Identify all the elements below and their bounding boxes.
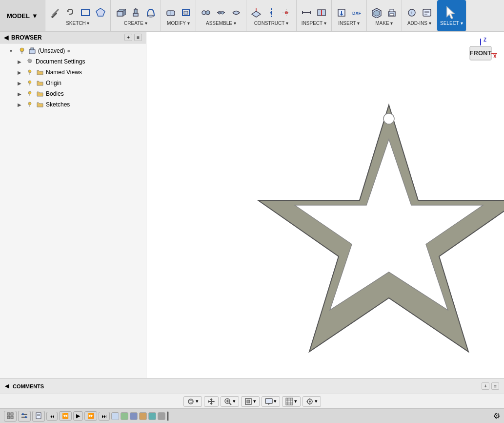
tree-item-sketches[interactable]: ▶ Sketches: [0, 99, 146, 110]
timeline-item-marker[interactable]: [167, 411, 169, 421]
model-label: MODEL: [7, 12, 30, 20]
tree-item-origin[interactable]: ▶ Origin: [0, 78, 146, 88]
assemble-joint-icon: [214, 6, 228, 20]
comments-bar: ◀ COMMENTS + ≡: [0, 378, 504, 394]
browser-add-btn[interactable]: +: [124, 34, 132, 41]
gizmo-front-label: FRONT: [470, 49, 492, 57]
make-label: MAKE ▾: [375, 21, 393, 26]
modify-icon: [164, 6, 178, 20]
insert-icon: [335, 6, 348, 20]
addins-script-icon: [420, 6, 434, 20]
model-chevron: ▼: [32, 12, 38, 20]
construct-group[interactable]: CONSTRUCT ▾: [246, 0, 297, 31]
browser-panel: ◀ BROWSER + ≡ ▾ (Unsaved) ●: [0, 32, 146, 378]
timeline-item-green[interactable]: [121, 412, 128, 420]
svg-rect-92: [11, 413, 13, 415]
comments-collapse-icon[interactable]: ◀: [5, 383, 9, 389]
insert-group[interactable]: DXF INSERT ▾: [332, 0, 367, 31]
comments-add-btn[interactable]: +: [482, 382, 489, 390]
timeline-item-orange[interactable]: [139, 412, 147, 420]
timeline-sheet-btn[interactable]: [32, 411, 45, 422]
next-btn[interactable]: ⏩: [84, 411, 97, 421]
viewport-toolbar: ▾ ▾ ▾ ▾ ▾ ▾: [0, 394, 504, 408]
star-top-hole: [383, 113, 394, 124]
tree-item-bodies[interactable]: ▶ Bodies: [0, 88, 146, 99]
insert-dxf-icon: DXF: [350, 6, 363, 20]
timeline-item-gray[interactable]: [158, 412, 165, 420]
svg-marker-22: [252, 11, 261, 17]
assemble-icon: [199, 6, 213, 20]
next-all-btn[interactable]: ⏭: [99, 412, 110, 421]
zoom-btn[interactable]: ▾: [221, 396, 239, 407]
svg-marker-70: [208, 398, 215, 405]
bodies-folder-icon: [36, 89, 44, 98]
svg-marker-11: [134, 8, 138, 10]
comments-options-btn[interactable]: ≡: [491, 382, 499, 390]
inspect-section-icon: [315, 6, 328, 20]
select-cursor-icon: [444, 6, 458, 20]
make-group[interactable]: MAKE ▾: [367, 0, 402, 31]
modify-shell-icon: [179, 6, 193, 20]
timeline-item-sketch[interactable]: [111, 412, 119, 420]
bodies-light-icon: [25, 89, 34, 98]
construct-plane-icon: [249, 6, 263, 20]
doc-settings-arrow: ▶: [18, 59, 25, 64]
undo-icon: [63, 6, 77, 20]
inspect-group[interactable]: INSPECT ▾: [297, 0, 332, 31]
construct-label: CONSTRUCT ▾: [254, 21, 288, 26]
axis-gizmo[interactable]: FRONT Z X: [460, 37, 499, 76]
prev-all-btn[interactable]: ⏮: [46, 412, 58, 421]
tree-item-named-views[interactable]: ▶ Named Views: [0, 67, 146, 78]
comments-label: COMMENTS: [13, 383, 44, 389]
root-light-icon: [18, 46, 26, 55]
browser-title: BROWSER: [11, 34, 42, 41]
sketch-icon: [48, 6, 62, 20]
select-group[interactable]: SELECT ▾: [437, 0, 466, 31]
fit-btn[interactable]: ▾: [241, 396, 260, 407]
tree-item-doc-settings[interactable]: ▶ Document Settings: [0, 56, 146, 67]
root-arrow: ▾: [10, 48, 18, 54]
play-btn[interactable]: ▶: [73, 411, 83, 421]
tree-item-root[interactable]: ▾ (Unsaved) ●: [0, 45, 146, 56]
3d-viewport[interactable]: FRONT Z X: [146, 32, 504, 378]
svg-text:+: +: [410, 10, 413, 16]
grid-btn[interactable]: ▾: [282, 396, 301, 407]
display-settings-btn[interactable]: ▾: [262, 396, 280, 407]
inspect-measure-icon: [300, 6, 313, 20]
svg-rect-16: [184, 11, 188, 14]
orbit-btn[interactable]: ▾: [183, 396, 202, 407]
svg-point-18: [206, 11, 210, 15]
svg-point-21: [221, 11, 224, 14]
model-dropdown[interactable]: MODEL ▼: [0, 0, 45, 31]
svg-marker-49: [447, 7, 454, 19]
browser-options-btn[interactable]: ≡: [134, 34, 142, 41]
svg-line-72: [229, 403, 231, 405]
sketch-group[interactable]: SKETCH ▾: [45, 0, 111, 31]
make-print-icon: [385, 6, 399, 20]
settings-gear-btn[interactable]: ⚙: [493, 411, 500, 421]
prev-btn[interactable]: ⏪: [59, 411, 72, 421]
pan-btn[interactable]: [204, 396, 219, 407]
doc-settings-label: Document Settings: [36, 58, 85, 65]
snap-btn[interactable]: ▾: [302, 396, 321, 407]
construct-point-icon: [280, 6, 293, 20]
browser-collapse-icon[interactable]: ◀: [4, 34, 8, 41]
addins-group[interactable]: + ADD-INS ▾: [402, 0, 437, 31]
origin-folder-icon: [36, 79, 44, 87]
modify-group[interactable]: MODIFY ▾: [161, 0, 196, 31]
rect-icon: [79, 6, 92, 20]
timeline-item-teal[interactable]: [148, 412, 156, 420]
svg-rect-94: [11, 416, 13, 419]
root-eye-icon: ●: [67, 47, 70, 54]
svg-text:X: X: [493, 54, 497, 59]
svg-rect-76: [247, 400, 250, 403]
timeline-marker-btn[interactable]: [18, 411, 31, 422]
assemble-group[interactable]: ASSEMBLE ▾: [196, 0, 246, 31]
svg-text:DXF: DXF: [352, 11, 362, 16]
timeline-item-blue[interactable]: [130, 412, 138, 420]
inspect-label: INSPECT ▾: [302, 21, 326, 26]
timeline-thumbnail-btn[interactable]: [4, 411, 17, 422]
create-group[interactable]: CREATE ▾: [111, 0, 161, 31]
svg-point-61: [28, 102, 31, 105]
sketches-label: Sketches: [46, 101, 70, 108]
